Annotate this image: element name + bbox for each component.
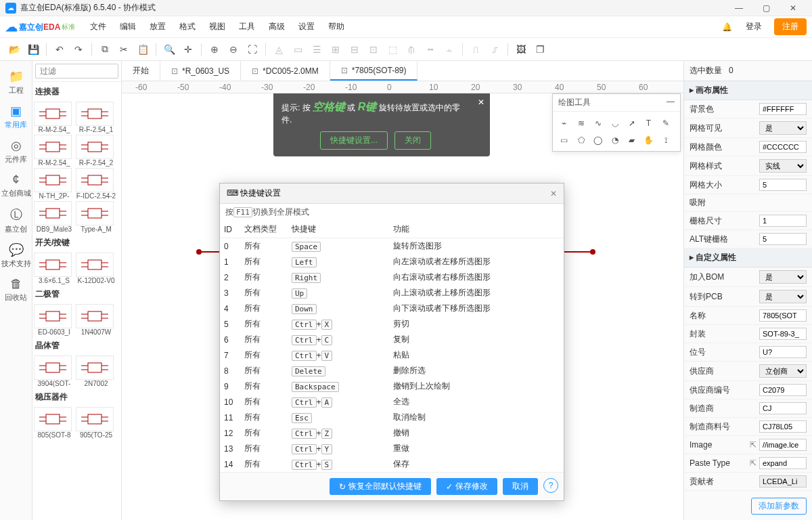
shortcut-row[interactable]: 0所有Space旋转所选图形 — [220, 238, 564, 254]
menu-编辑[interactable]: 编辑 — [113, 22, 143, 31]
open-icon[interactable]: 📂 — [5, 41, 23, 58]
shortcut-row[interactable]: 14所有Ctrl+S保存 — [220, 456, 564, 472]
prop-input[interactable] — [759, 141, 807, 153]
rail-元件库[interactable]: ◎元件库 — [1, 134, 31, 169]
save-changes-button[interactable]: ✓ 保存修改 — [436, 478, 497, 495]
prop-input[interactable] — [759, 179, 807, 191]
lib-category[interactable]: 连接器 — [34, 83, 120, 100]
rect-tool-icon[interactable]: ▭ — [556, 131, 572, 148]
tool-i-icon[interactable]: ╍ — [422, 41, 439, 58]
lib-item[interactable]: ED-0603_I — [34, 304, 74, 336]
rail-立创商城[interactable]: ¢立创商城 — [1, 169, 31, 202]
menu-文件[interactable]: 文件 — [83, 22, 113, 31]
link-icon[interactable]: ⇱ — [750, 440, 757, 450]
lib-item[interactable]: N-TH_2P- — [34, 168, 74, 200]
image-tool-icon[interactable]: ▰ — [623, 131, 640, 148]
add-param-button[interactable]: 添加新参数 — [751, 498, 807, 515]
arrow-tool-icon[interactable]: ➚ — [623, 114, 640, 131]
layers-icon[interactable]: ❐ — [531, 41, 549, 58]
shortcut-row[interactable]: 1所有Left向左滚动或者左移所选图形 — [220, 254, 564, 269]
lib-item[interactable]: 3904(SOT- — [34, 355, 74, 387]
tool-h-icon[interactable]: ⫛ — [403, 41, 420, 58]
lib-item[interactable]: R-F-2.54_2 — [76, 135, 116, 167]
hint-close-icon[interactable]: ✕ — [478, 98, 484, 107]
undo-icon[interactable]: ↶ — [51, 41, 68, 58]
tab[interactable]: ⊡*DC005-2.0MM — [241, 61, 330, 81]
lib-item[interactable]: DB9_Male3 — [34, 201, 74, 233]
menu-工具[interactable]: 工具 — [232, 22, 262, 31]
bell-icon[interactable]: 🔔 — [715, 22, 739, 32]
lib-item[interactable]: 1N4007W — [76, 304, 116, 336]
minimize-button[interactable]: — — [725, 0, 752, 16]
lib-item[interactable]: Type-A_M — [76, 201, 116, 233]
tab[interactable]: 开始 — [122, 61, 160, 81]
hint-settings-button[interactable]: 快捷键设置... — [320, 131, 388, 150]
cut-icon[interactable]: ✂ — [115, 41, 133, 58]
prop-select[interactable]: 实线 — [759, 159, 807, 173]
prop-select[interactable]: 是 — [759, 121, 807, 135]
hint-close-button[interactable]: 关闭 — [394, 131, 431, 150]
lib-item[interactable]: 805(SOT-8 — [34, 407, 74, 439]
ellipse-tool-icon[interactable]: ◯ — [589, 131, 606, 148]
lib-category[interactable]: 二极管 — [34, 286, 120, 303]
polygon-tool-icon[interactable]: ⬠ — [572, 131, 589, 148]
tool-b-icon[interactable]: ▭ — [289, 41, 307, 58]
zoom-in-icon[interactable]: ⊕ — [206, 41, 223, 58]
freehand-tool-icon[interactable]: ✎ — [657, 114, 674, 131]
tool-d-icon[interactable]: ⊞ — [327, 41, 344, 58]
dialog-close-icon[interactable]: ✕ — [550, 189, 557, 198]
lib-item[interactable]: R-F-2.54_1 — [76, 102, 116, 133]
curve-tool-icon[interactable]: ∿ — [589, 114, 606, 131]
redo-icon[interactable]: ↷ — [70, 41, 87, 58]
link-icon[interactable]: ⇱ — [750, 458, 757, 468]
lib-item[interactable]: 905(TO-25 — [76, 407, 116, 439]
lib-item[interactable]: R-M-2.54_ — [34, 102, 74, 133]
shortcut-row[interactable]: 12所有Ctrl+Z撤销 — [220, 425, 564, 441]
rail-技术支持[interactable]: 💬技术支持 — [1, 238, 31, 273]
pie-tool-icon[interactable]: ◔ — [606, 131, 623, 148]
tool-k-icon[interactable]: ⎍ — [467, 41, 484, 58]
filter-input[interactable] — [35, 64, 118, 79]
prop-select[interactable]: 是 — [759, 290, 807, 303]
help-icon[interactable]: ? — [543, 478, 558, 493]
prop-input[interactable] — [759, 439, 807, 451]
tool-g-icon[interactable]: ⬚ — [384, 41, 401, 58]
tool-e-icon[interactable]: ⊟ — [346, 41, 363, 58]
shortcut-row[interactable]: 13所有Ctrl+Y重做 — [220, 441, 564, 456]
tool-f-icon[interactable]: ⊡ — [365, 41, 382, 58]
shortcut-row[interactable]: 9所有Backspace撤销到上次绘制 — [220, 378, 564, 394]
shortcut-row[interactable]: 4所有Down向下滚动或者下移所选图形 — [220, 301, 564, 316]
lib-category[interactable]: 稳压器件 — [34, 389, 120, 406]
prop-input[interactable] — [759, 346, 807, 358]
menu-视图[interactable]: 视图 — [202, 22, 232, 31]
canvas[interactable]: ✕ 提示: 按 空格键 或 R键 旋转待放置或选中的零件. 快捷键设置... 关… — [122, 93, 683, 520]
menu-设置[interactable]: 设置 — [292, 22, 321, 31]
lib-item[interactable]: 2N7002 — [76, 355, 116, 387]
prop-input[interactable] — [759, 475, 807, 488]
tool-c-icon[interactable]: ☰ — [308, 41, 325, 58]
lib-category[interactable]: 开关/按键 — [34, 234, 120, 251]
close-button[interactable]: ✕ — [780, 0, 807, 16]
tab[interactable]: ⊡*7805(SOT-89) — [330, 61, 418, 81]
rail-嘉立创[interactable]: Ⓛ嘉立创 — [1, 202, 31, 238]
minimize-icon[interactable]: — — [667, 97, 675, 108]
prop-input[interactable] — [759, 215, 807, 227]
copy-icon[interactable]: ⧉ — [96, 41, 114, 58]
save-icon[interactable]: 💾 — [24, 41, 42, 58]
shortcut-row[interactable]: 8所有Delete删除所选 — [220, 363, 564, 378]
canvas-props-header[interactable]: ▸ 画布属性 — [684, 81, 812, 100]
zoom-fit-icon[interactable]: ⛶ — [244, 41, 261, 58]
login-link[interactable]: 登录 — [739, 21, 769, 32]
cancel-button[interactable]: 取消 — [503, 478, 538, 495]
search-icon[interactable]: 🔍 — [160, 41, 178, 58]
restore-defaults-button[interactable]: ↻ 恢复全部默认快捷键 — [330, 478, 431, 495]
rail-回收站[interactable]: 🗑回收站 — [1, 273, 31, 307]
shortcut-row[interactable]: 2所有Right向右滚动或者右移所选图形 — [220, 269, 564, 285]
image-icon[interactable]: 🖼 — [512, 41, 530, 58]
prop-input[interactable] — [759, 309, 807, 322]
prop-select[interactable]: 立创商 — [759, 364, 807, 378]
lib-item[interactable]: F-IDC-2.54-2 — [76, 168, 116, 200]
pin-tool-icon[interactable]: ⟟ — [657, 131, 674, 148]
prop-input[interactable] — [759, 328, 807, 340]
prop-input[interactable] — [759, 103, 807, 115]
